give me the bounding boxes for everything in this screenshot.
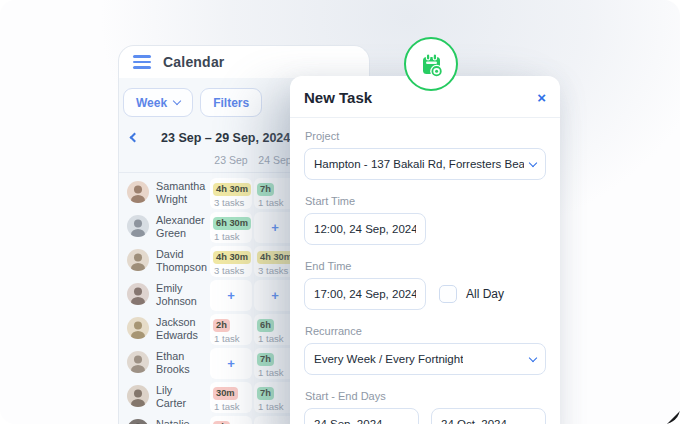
- hours-badge: 30m: [213, 387, 238, 400]
- start-end-days-group: Start - End Days: [304, 390, 546, 424]
- modal-title: New Task: [304, 89, 372, 106]
- schedule-cell[interactable]: 4h 30m3 tasks: [210, 246, 252, 277]
- task-count-label: 1 task: [214, 401, 252, 412]
- hours-badge: 6h: [257, 319, 274, 332]
- schedule-cell[interactable]: 1h: [210, 416, 252, 424]
- avatar: [127, 419, 149, 424]
- schedule-cell[interactable]: 2h1 task: [210, 314, 252, 345]
- chevron-left-icon[interactable]: [130, 133, 140, 143]
- person-name: Samantha Wright: [156, 180, 205, 206]
- date-range-label: 23 Sep – 29 Sep, 2024: [161, 131, 290, 145]
- avatar: [127, 317, 149, 339]
- mouse-cursor: [667, 411, 680, 424]
- end-time-input[interactable]: [304, 278, 426, 310]
- start-time-group: Start Time: [304, 195, 546, 245]
- chevron-down-icon: [529, 353, 537, 361]
- recurrence-label: Recurrance: [305, 325, 546, 337]
- recurrence-value: Every Week / Every Fortnight: [314, 353, 463, 365]
- project-value: Hampton - 137 Bakali Rd, Forresters Beac…: [314, 158, 524, 170]
- schedule-cell[interactable]: 6h 30m1 task: [210, 212, 252, 243]
- person-name: David Thompson: [156, 248, 207, 274]
- filters-button[interactable]: Filters: [200, 88, 262, 117]
- avatar: [127, 351, 149, 373]
- filters-label: Filters: [213, 96, 249, 110]
- avatar: [127, 181, 149, 203]
- hours-badge: 6h 30m: [213, 217, 251, 230]
- all-day-checkbox[interactable]: [439, 285, 457, 303]
- recurrence-select[interactable]: Every Week / Every Fortnight: [304, 343, 546, 375]
- chevron-down-icon: [529, 158, 537, 166]
- task-count-label: 3 tasks: [214, 197, 252, 208]
- avatar: [127, 283, 149, 305]
- project-group: Project Hampton - 137 Bakali Rd, Forrest…: [304, 130, 546, 180]
- add-task-button[interactable]: +: [210, 348, 252, 379]
- avatar: [127, 249, 149, 271]
- schedule-cell[interactable]: 30m1 task: [210, 382, 252, 413]
- person-name: Lily Carter: [156, 384, 186, 410]
- person-name: Emily Johnson: [156, 282, 197, 308]
- person-name: Ethan Brooks: [156, 350, 190, 376]
- hours-badge: 7h: [257, 183, 274, 196]
- page-title: Calendar: [163, 54, 225, 70]
- week-view-label: Week: [136, 96, 167, 110]
- task-count-label: 1 task: [214, 231, 252, 242]
- person-name: Jackson Edwards: [156, 316, 198, 342]
- all-day-toggle[interactable]: All Day: [439, 285, 504, 303]
- start-time-input[interactable]: [304, 213, 426, 245]
- add-task-button[interactable]: +: [210, 280, 252, 311]
- end-time-label: End Time: [305, 260, 546, 272]
- week-view-button[interactable]: Week: [123, 88, 193, 117]
- close-icon[interactable]: ×: [537, 90, 546, 105]
- end-time-group: End Time All Day: [304, 260, 546, 310]
- person-name: Alexander Green: [156, 214, 205, 240]
- hours-badge: 7h: [257, 387, 274, 400]
- new-task-modal: New Task × Project Hampton - 137 Bakali …: [290, 76, 560, 424]
- recurrence-group: Recurrance Every Week / Every Fortnight: [304, 325, 546, 375]
- hours-badge: 4h 30m: [213, 183, 251, 196]
- start-end-days-label: Start - End Days: [305, 390, 546, 402]
- column-header-day: 23 Sep: [210, 154, 252, 166]
- schedule-cell[interactable]: 4h 30m3 tasks: [210, 178, 252, 209]
- start-day-input[interactable]: [304, 408, 419, 424]
- hours-badge: 2h: [213, 319, 230, 332]
- all-day-label: All Day: [466, 287, 504, 301]
- avatar: [127, 215, 149, 237]
- person-name: Natalie: [156, 418, 190, 424]
- task-count-label: 3 tasks: [214, 265, 252, 276]
- chevron-down-icon: [173, 97, 181, 105]
- end-day-input[interactable]: [431, 408, 546, 424]
- project-select[interactable]: Hampton - 137 Bakali Rd, Forresters Beac…: [304, 148, 546, 180]
- app-frame: Calendar Week Filters 23 Sep – 29 Sep, 2…: [0, 0, 680, 424]
- new-task-clipboard-icon: [404, 37, 458, 91]
- hours-badge: 7h: [257, 353, 274, 366]
- hours-badge: 4h 30m: [213, 251, 251, 264]
- task-count-label: 1 task: [214, 333, 252, 344]
- project-label: Project: [305, 130, 546, 142]
- avatar: [127, 385, 149, 407]
- start-time-label: Start Time: [305, 195, 546, 207]
- hamburger-menu-icon[interactable]: [133, 55, 151, 68]
- modal-body: Project Hampton - 137 Bakali Rd, Forrest…: [290, 118, 560, 424]
- calendar-header: Calendar: [119, 46, 369, 78]
